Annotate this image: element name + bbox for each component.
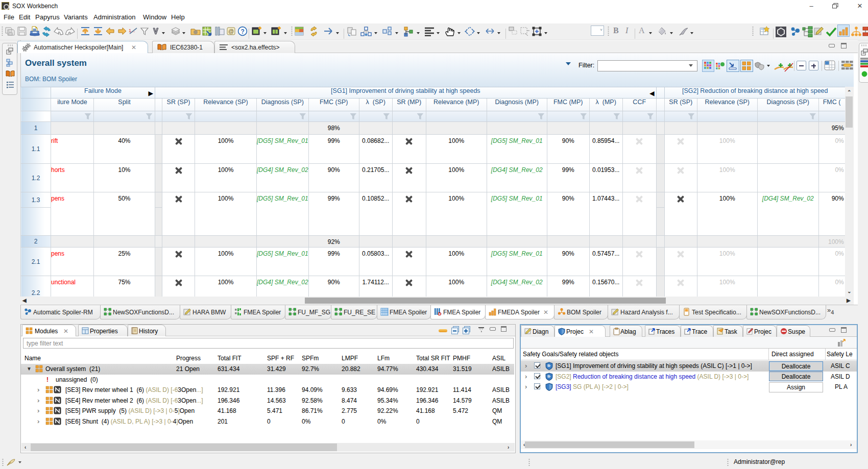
svg-text:?: ? [241,28,245,35]
svg-text:D: D [438,311,442,316]
svg-text:@: @ [228,28,234,34]
